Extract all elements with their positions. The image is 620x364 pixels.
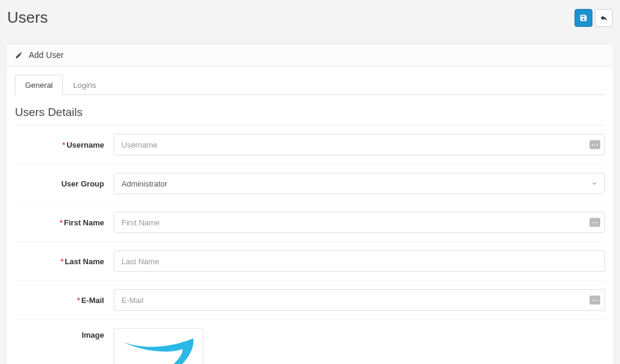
header-buttons [575, 9, 613, 27]
tab-general[interactable]: General [15, 75, 63, 95]
row-username: *Username [15, 126, 605, 164]
username-input[interactable] [114, 134, 605, 155]
wrap-last-name [114, 250, 605, 272]
autofill-icon [589, 296, 600, 305]
cart-logo-icon [117, 331, 200, 364]
pencil-icon [15, 51, 23, 59]
back-button[interactable] [595, 9, 613, 27]
label-email: *E-Mail [15, 296, 114, 305]
section-title: Users Details [15, 106, 605, 126]
first-name-input[interactable] [114, 212, 605, 233]
autofill-icon [589, 140, 600, 149]
nav-tabs: General Logins [15, 75, 605, 95]
row-user-group: User Group Administrator [15, 164, 605, 203]
label-first-name: *First Name [15, 218, 114, 227]
panel-heading-text: Add User [29, 50, 63, 60]
wrap-username [114, 134, 605, 155]
wrap-email [114, 289, 605, 311]
page-title: Users [7, 8, 48, 27]
save-button[interactable] [575, 9, 592, 27]
reply-icon [600, 14, 608, 22]
row-email: *E-Mail [15, 281, 605, 320]
label-username: *Username [15, 140, 114, 149]
row-image: Image [15, 320, 605, 364]
save-icon [579, 14, 588, 22]
label-user-group: User Group [15, 179, 114, 188]
panel-body: General Logins Users Details *Username U… [7, 66, 613, 364]
last-name-input[interactable] [114, 250, 605, 272]
email-input[interactable] [114, 289, 605, 311]
panel-heading: Add User [7, 44, 613, 66]
row-first-name: *First Name [15, 203, 605, 242]
wrap-user-group: Administrator [114, 173, 605, 194]
row-last-name: *Last Name [15, 242, 605, 281]
autofill-icon [589, 218, 600, 227]
form-panel: Add User General Logins Users Details *U… [6, 44, 614, 364]
label-last-name: *Last Name [15, 257, 114, 266]
label-image: Image [15, 328, 114, 339]
page-header: Users [0, 0, 620, 44]
wrap-first-name [114, 212, 605, 233]
wrap-image [114, 328, 605, 364]
image-preview[interactable] [114, 328, 203, 364]
tab-logins[interactable]: Logins [63, 75, 106, 95]
user-group-select[interactable]: Administrator [114, 173, 605, 194]
